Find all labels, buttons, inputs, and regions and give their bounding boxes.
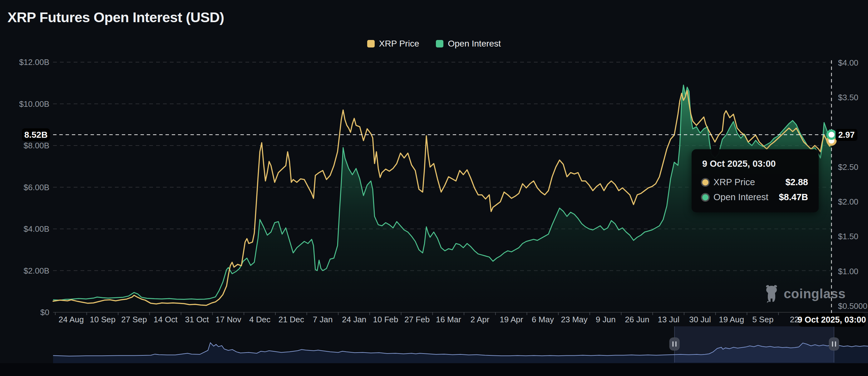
legend-swatch-icon (436, 40, 443, 48)
legend-item-xrp-price[interactable]: XRP Price (367, 39, 419, 49)
x-axis-label: 2 Apr (470, 315, 490, 324)
x-axis-label: 24 Aug (59, 315, 84, 324)
x-axis-label: 14 Oct (154, 315, 178, 324)
right-axis-label: $1.00 (838, 267, 858, 276)
tooltip-series-dot-icon (702, 179, 708, 186)
x-axis-label: 13 Jul (658, 315, 679, 324)
coinglass-watermark: coinglass (763, 285, 845, 303)
handle-bar-icon (835, 341, 836, 347)
left-axis-label: $6.00B (0, 183, 49, 191)
x-axis-label: 10 Sep (90, 315, 115, 324)
x-axis-label: 10 Feb (373, 315, 398, 324)
legend-label: XRP Price (379, 39, 419, 49)
x-axis-label: 27 Sep (121, 315, 147, 324)
left-axis-label: $0 (0, 308, 49, 316)
right-axis-label: $1.50 (838, 232, 858, 241)
x-axis-label: 5 Sep (752, 315, 773, 324)
x-axis-label: 31 Oct (185, 315, 209, 324)
tooltip-date: 9 Oct 2025, 03:00 (702, 159, 808, 169)
watermark-text: coinglass (784, 286, 845, 301)
chart-legend: XRP PriceOpen Interest (0, 39, 868, 49)
tooltip-row: Open Interest$8.47B (702, 192, 808, 202)
right-axis-label: $4.00 (838, 59, 858, 67)
left-axis-label: $4.00B (0, 225, 49, 233)
right-axis-label: $2.00 (838, 198, 858, 206)
x-axis-label: 30 Jul (689, 315, 711, 324)
x-axis-label: 6 May (532, 315, 554, 324)
right-axis-label: $2.50 (838, 163, 858, 171)
page-title: XRP Futures Open Interest (USD) (7, 9, 224, 26)
tooltip-series-label: XRP Price (713, 177, 785, 187)
x-axis-label: 4 Dec (249, 315, 270, 324)
left-axis-label: $12.00B (0, 58, 49, 66)
crosshair-right-value-pill: 2.97 (836, 129, 857, 141)
x-axis-label: 23 May (561, 315, 588, 324)
navigator-left-handle[interactable] (670, 338, 679, 350)
crosshair-date-pill: 9 Oct 2025, 03:00 (799, 313, 865, 327)
handle-bar-icon (673, 341, 674, 347)
tooltip-rows: XRP Price$2.88Open Interest$8.47B (702, 177, 808, 202)
tooltip-series-dot-icon (702, 194, 708, 200)
legend-swatch-icon (367, 40, 375, 48)
tooltip-series-value: $2.88 (785, 177, 808, 187)
x-axis-label: 16 Mar (436, 315, 461, 324)
navigator-selected-range[interactable] (674, 326, 834, 363)
crosshair-left-value: 8.52B (24, 130, 48, 140)
left-axis-label: $2.00B (0, 267, 49, 275)
x-axis-label: 19 Aug (719, 315, 744, 324)
x-axis-label: 9 Jun (596, 315, 616, 324)
navigator-left-handle-grip[interactable] (670, 338, 679, 350)
x-axis-label: 19 Apr (500, 315, 523, 324)
legend-label: Open Interest (448, 39, 501, 49)
x-axis-label: 26 Jun (625, 315, 649, 324)
handle-bar-icon (832, 341, 833, 347)
handle-bar-icon (675, 341, 677, 347)
crosshair-left-value-pill: 8.52B (22, 128, 50, 141)
bottom-strip (0, 363, 868, 376)
hover-tooltip: 9 Oct 2025, 03:00 XRP Price$2.88Open Int… (691, 149, 819, 212)
x-axis-label: 17 Nov (215, 315, 241, 324)
navigator-right-handle[interactable] (829, 338, 839, 350)
left-axis-label: $8.00B (0, 142, 49, 150)
right-axis-label: $0.5000 (838, 302, 867, 310)
legend-item-open-interest[interactable]: Open Interest (436, 39, 501, 49)
x-axis-label: 7 Jan (313, 315, 333, 324)
crosshair-date-label: 9 Oct 2025, 03:00 (798, 315, 866, 325)
x-axis-label: 21 Dec (279, 315, 304, 324)
chart-page: XRP Futures Open Interest (USD) XRP Pric… (0, 0, 868, 376)
tooltip-series-value: $8.47B (779, 192, 808, 202)
x-axis-label: 24 Jan (342, 315, 366, 324)
left-axis-label: $10.00B (0, 100, 49, 108)
crosshair-right-value: 2.97 (838, 130, 855, 140)
x-axis-label: 27 Feb (404, 315, 430, 324)
coinglass-logo-icon (763, 285, 780, 303)
right-axis-label: $3.50 (838, 93, 858, 101)
tooltip-row: XRP Price$2.88 (702, 177, 808, 187)
navigator-right-handle-grip[interactable] (829, 338, 839, 350)
tooltip-series-label: Open Interest (713, 192, 779, 202)
